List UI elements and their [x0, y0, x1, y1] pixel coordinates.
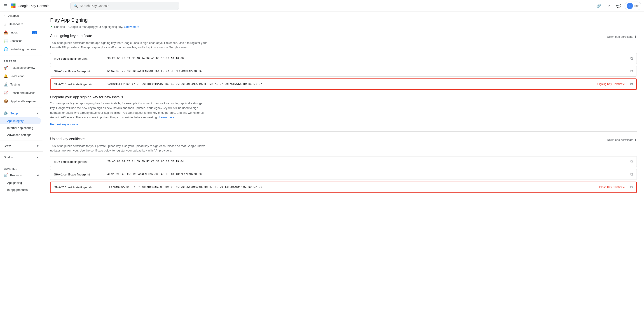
upload-cert-header-row: Upload key certificate Download certific…: [50, 137, 637, 142]
sidebar-label-releases: Releases overview: [10, 66, 35, 69]
sidebar-label-bundle: App bundle explorer: [10, 100, 36, 103]
cert-label-sha256-upload: SHA-256 certificate fingerprint: [54, 186, 104, 189]
copy-btn-md5-signing[interactable]: ⧉: [630, 57, 633, 61]
sidebar-item-setup[interactable]: ⚙️ Setup ▼ ←: [0, 109, 43, 117]
upgrade-section: Upgrade your app signing key for new ins…: [50, 95, 637, 126]
bundle-icon: 📦: [4, 99, 8, 103]
upload-cert-title: Upload key certificate: [50, 137, 85, 141]
sidebar-item-grow[interactable]: Grow ▼: [0, 142, 43, 150]
upload-cert-download-btn[interactable]: Download certificate ⬇: [607, 138, 637, 142]
search-box[interactable]: 🔍: [70, 2, 179, 10]
status-check-icon: ✔: [50, 25, 53, 29]
monetize-section-header: Monetize: [0, 165, 43, 171]
inbox-icon: 📥: [4, 30, 8, 35]
cert-row-md5-upload: MD5 certificate fingerprint 2B:AD:88:02:…: [50, 156, 637, 167]
sidebar-divider-5: [0, 163, 43, 163]
sidebar-item-quality[interactable]: Quality ▼: [0, 154, 43, 161]
cert-label-sha1-upload: SHA-1 certificate fingerprint: [54, 173, 104, 176]
cert-row-sha1-upload: SHA-1 certificate fingerprint 4E:29:9D:4…: [50, 169, 637, 180]
sidebar-divider-3: [0, 140, 43, 140]
main-layout: ← All apps ⊞ Dashboard 📥 Inbox 11 📊 Stat…: [0, 12, 644, 310]
content: Play App Signing ✔ Enabled | Google is m…: [43, 12, 644, 310]
sidebar-item-publishing-overview[interactable]: 🌐 Publishing overview: [0, 45, 41, 53]
releases-icon: 🚀: [4, 66, 8, 70]
reach-icon: 📈: [4, 91, 8, 95]
download-icon-upload: ⬇: [634, 138, 637, 142]
brand-logo[interactable]: Google Play Console: [10, 3, 50, 9]
sidebar-item-products[interactable]: 🛒 Products ◄: [0, 171, 43, 179]
all-apps-btn[interactable]: ← All apps: [0, 12, 43, 20]
sidebar-item-inbox[interactable]: 📥 Inbox 11: [0, 28, 41, 37]
upgrade-desc: You can upgrade your app signing key for…: [50, 101, 208, 120]
hamburger-icon[interactable]: ☰: [3, 3, 8, 9]
download-label-signing: Download certificate: [607, 35, 634, 39]
production-icon: 🔔: [4, 74, 8, 78]
advanced-settings-label: Advanced settings: [7, 133, 31, 137]
upload-cert-desc: This is the public certificate for your …: [50, 144, 208, 153]
sidebar-label-reach: Reach and devices: [10, 91, 36, 95]
avatar: T: [626, 3, 633, 9]
copy-btn-md5-upload[interactable]: ⧉: [630, 160, 633, 164]
inbox-badge: 11: [32, 31, 37, 34]
app-signing-download-btn[interactable]: Download certificate ⬇: [607, 35, 637, 39]
copy-btn-sha256-upload[interactable]: ⧉: [630, 185, 633, 189]
sidebar-item-production[interactable]: 🔔 Production: [0, 72, 41, 80]
release-section-header: Release: [0, 57, 43, 64]
copy-btn-sha1-signing[interactable]: ⧉: [630, 69, 633, 73]
sidebar-item-app-bundle-explorer[interactable]: 📦 App bundle explorer: [0, 97, 41, 105]
sidebar-sub-internal-sharing[interactable]: Internal app sharing: [0, 124, 41, 131]
help-icon-btn[interactable]: ?: [605, 2, 613, 10]
cert-value-md5-signing: 9B:E4:DD:73:53:5E:A8:9A:3F:A3:D5:15:B8:A…: [107, 57, 625, 60]
sidebar-sub-app-pricing[interactable]: App pricing: [0, 179, 41, 186]
brand-name: Google Play Console: [18, 4, 50, 8]
sidebar-divider-2: [0, 107, 43, 107]
status-text: Enabled: [54, 25, 65, 29]
sidebar: ← All apps ⊞ Dashboard 📥 Inbox 11 📊 Stat…: [0, 12, 43, 310]
sidebar-sub-in-app-products[interactable]: In-app products: [0, 186, 41, 193]
upgrade-desc-text: You can upgrade your app signing key for…: [50, 102, 204, 119]
copy-btn-sha256-signing[interactable]: ⧉: [630, 82, 633, 86]
sidebar-sub-advanced-settings[interactable]: Advanced settings: [0, 131, 41, 138]
products-label: Products: [10, 174, 22, 177]
show-more-link[interactable]: Show more: [124, 25, 139, 29]
in-app-products-label: In-app products: [7, 188, 28, 191]
sidebar-item-statistics[interactable]: 📊 Statistics: [0, 37, 41, 45]
back-icon: ←: [4, 14, 6, 18]
status-separator: |: [66, 25, 67, 29]
signing-key-badge: Signing Key Certificate: [598, 83, 625, 86]
page-title: Play App Signing: [50, 17, 637, 23]
learn-more-link[interactable]: Learn more: [160, 116, 174, 119]
testing-icon: 🔬: [4, 82, 8, 87]
grow-expand-icon: ▼: [36, 144, 39, 148]
all-apps-label: All apps: [8, 14, 19, 18]
cert-label-md5-signing: MD5 certificate fingerprint: [54, 57, 104, 60]
search-input[interactable]: [80, 4, 176, 8]
app-signing-desc: This is the public certificate for the a…: [50, 41, 208, 50]
internal-sharing-label: Internal app sharing: [7, 126, 33, 130]
app-signing-header-row: App signing key certificate Download cer…: [50, 34, 637, 39]
sidebar-label-production: Production: [10, 74, 24, 78]
link-icon-btn[interactable]: 🔗: [595, 2, 603, 10]
cert-value-sha1-upload: 4E:29:9D:4F:A5:3B:C4:4F:E0:6B:3B:A8:FF:1…: [107, 173, 625, 176]
sidebar-item-testing[interactable]: 🔬 Testing: [0, 80, 41, 89]
setup-expand-icon: ▼: [36, 112, 39, 115]
publishing-icon: 🌐: [4, 47, 8, 51]
copy-btn-sha1-upload[interactable]: ⧉: [630, 172, 633, 176]
sidebar-item-releases-overview[interactable]: 🚀 Releases overview: [0, 64, 41, 72]
cert-value-md5-upload: 2B:AD:88:02:A7:81:D9:E0:F7:C3:33:6C:60:5…: [107, 160, 625, 163]
sidebar-sub-app-integrity[interactable]: App integrity: [0, 117, 41, 124]
products-expand-icon: ◄: [36, 174, 39, 177]
sidebar-label-inbox: Inbox: [10, 31, 18, 34]
cert-label-sha256-signing: SHA-256 certificate fingerprint: [54, 83, 104, 86]
dashboard-icon: ⊞: [4, 22, 6, 26]
sidebar-item-dashboard[interactable]: ⊞ Dashboard: [0, 20, 41, 28]
sidebar-label-publishing: Publishing overview: [10, 48, 36, 51]
feedback-icon-btn[interactable]: 💬: [615, 2, 623, 10]
user-avatar-btn[interactable]: T Test: [624, 2, 641, 10]
sidebar-item-reach-devices[interactable]: 📈 Reach and devices: [0, 89, 41, 97]
request-upgrade-link[interactable]: Request key upgrade: [50, 123, 78, 126]
user-label: Test: [634, 4, 639, 8]
quality-expand-icon: ▼: [36, 156, 39, 159]
setup-icon: ⚙️: [4, 111, 8, 115]
cert-row-md5-signing: MD5 certificate fingerprint 9B:E4:DD:73:…: [50, 53, 637, 64]
